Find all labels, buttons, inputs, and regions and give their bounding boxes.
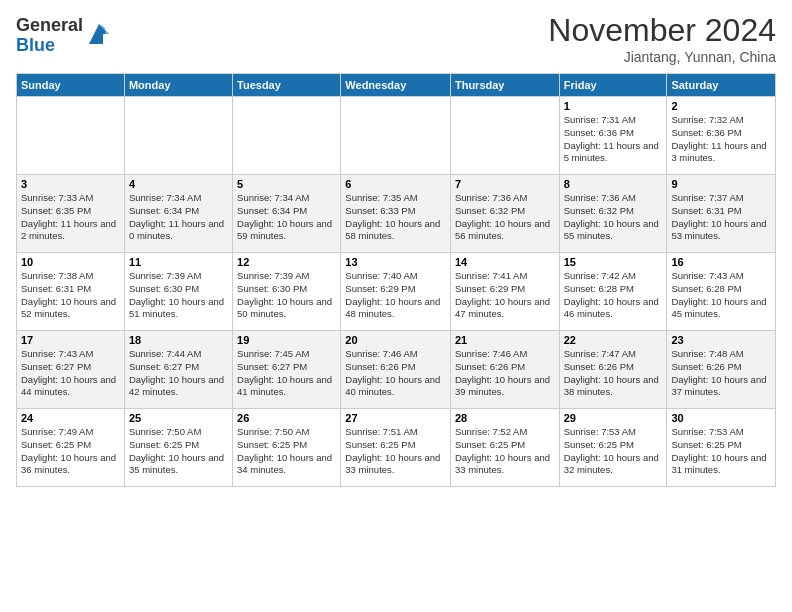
header-friday: Friday <box>559 74 667 97</box>
week-row-4: 24Sunrise: 7:49 AM Sunset: 6:25 PM Dayli… <box>17 409 776 487</box>
day-num-4-0: 24 <box>21 412 120 424</box>
week-row-0: 1Sunrise: 7:31 AM Sunset: 6:36 PM Daylig… <box>17 97 776 175</box>
day-info-1-1: Sunrise: 7:34 AM Sunset: 6:34 PM Dayligh… <box>129 192 228 243</box>
day-info-2-6: Sunrise: 7:43 AM Sunset: 6:28 PM Dayligh… <box>671 270 771 321</box>
cell-1-6: 9Sunrise: 7:37 AM Sunset: 6:31 PM Daylig… <box>667 175 776 253</box>
cell-1-3: 6Sunrise: 7:35 AM Sunset: 6:33 PM Daylig… <box>341 175 451 253</box>
day-num-4-1: 25 <box>129 412 228 424</box>
cell-0-4 <box>450 97 559 175</box>
logo: General Blue <box>16 16 113 56</box>
week-row-2: 10Sunrise: 7:38 AM Sunset: 6:31 PM Dayli… <box>17 253 776 331</box>
day-num-2-0: 10 <box>21 256 120 268</box>
cell-0-6: 2Sunrise: 7:32 AM Sunset: 6:36 PM Daylig… <box>667 97 776 175</box>
day-info-2-2: Sunrise: 7:39 AM Sunset: 6:30 PM Dayligh… <box>237 270 336 321</box>
cell-4-0: 24Sunrise: 7:49 AM Sunset: 6:25 PM Dayli… <box>17 409 125 487</box>
day-info-2-1: Sunrise: 7:39 AM Sunset: 6:30 PM Dayligh… <box>129 270 228 321</box>
cell-4-5: 29Sunrise: 7:53 AM Sunset: 6:25 PM Dayli… <box>559 409 667 487</box>
day-info-3-2: Sunrise: 7:45 AM Sunset: 6:27 PM Dayligh… <box>237 348 336 399</box>
day-info-1-2: Sunrise: 7:34 AM Sunset: 6:34 PM Dayligh… <box>237 192 336 243</box>
day-num-1-3: 6 <box>345 178 446 190</box>
day-num-3-0: 17 <box>21 334 120 346</box>
logo-blue: Blue <box>16 36 83 56</box>
day-num-2-2: 12 <box>237 256 336 268</box>
day-num-4-3: 27 <box>345 412 446 424</box>
day-num-3-5: 22 <box>564 334 663 346</box>
day-info-3-4: Sunrise: 7:46 AM Sunset: 6:26 PM Dayligh… <box>455 348 555 399</box>
day-info-1-6: Sunrise: 7:37 AM Sunset: 6:31 PM Dayligh… <box>671 192 771 243</box>
day-info-2-4: Sunrise: 7:41 AM Sunset: 6:29 PM Dayligh… <box>455 270 555 321</box>
day-num-3-4: 21 <box>455 334 555 346</box>
day-info-4-4: Sunrise: 7:52 AM Sunset: 6:25 PM Dayligh… <box>455 426 555 477</box>
cell-4-2: 26Sunrise: 7:50 AM Sunset: 6:25 PM Dayli… <box>233 409 341 487</box>
cell-3-0: 17Sunrise: 7:43 AM Sunset: 6:27 PM Dayli… <box>17 331 125 409</box>
day-num-4-4: 28 <box>455 412 555 424</box>
cell-0-0 <box>17 97 125 175</box>
cell-2-1: 11Sunrise: 7:39 AM Sunset: 6:30 PM Dayli… <box>124 253 232 331</box>
logo-text: General Blue <box>16 16 83 56</box>
header-tuesday: Tuesday <box>233 74 341 97</box>
cell-3-5: 22Sunrise: 7:47 AM Sunset: 6:26 PM Dayli… <box>559 331 667 409</box>
day-info-3-1: Sunrise: 7:44 AM Sunset: 6:27 PM Dayligh… <box>129 348 228 399</box>
header-wednesday: Wednesday <box>341 74 451 97</box>
week-row-3: 17Sunrise: 7:43 AM Sunset: 6:27 PM Dayli… <box>17 331 776 409</box>
day-info-2-0: Sunrise: 7:38 AM Sunset: 6:31 PM Dayligh… <box>21 270 120 321</box>
week-row-1: 3Sunrise: 7:33 AM Sunset: 6:35 PM Daylig… <box>17 175 776 253</box>
logo-icon <box>85 20 113 48</box>
logo-general: General <box>16 16 83 36</box>
cell-4-3: 27Sunrise: 7:51 AM Sunset: 6:25 PM Dayli… <box>341 409 451 487</box>
day-num-1-0: 3 <box>21 178 120 190</box>
cell-3-6: 23Sunrise: 7:48 AM Sunset: 6:26 PM Dayli… <box>667 331 776 409</box>
cell-0-1 <box>124 97 232 175</box>
day-info-2-3: Sunrise: 7:40 AM Sunset: 6:29 PM Dayligh… <box>345 270 446 321</box>
day-info-1-3: Sunrise: 7:35 AM Sunset: 6:33 PM Dayligh… <box>345 192 446 243</box>
calendar-table: Sunday Monday Tuesday Wednesday Thursday… <box>16 73 776 487</box>
day-num-2-5: 15 <box>564 256 663 268</box>
cell-3-1: 18Sunrise: 7:44 AM Sunset: 6:27 PM Dayli… <box>124 331 232 409</box>
cell-3-4: 21Sunrise: 7:46 AM Sunset: 6:26 PM Dayli… <box>450 331 559 409</box>
day-info-3-3: Sunrise: 7:46 AM Sunset: 6:26 PM Dayligh… <box>345 348 446 399</box>
cell-4-1: 25Sunrise: 7:50 AM Sunset: 6:25 PM Dayli… <box>124 409 232 487</box>
cell-2-3: 13Sunrise: 7:40 AM Sunset: 6:29 PM Dayli… <box>341 253 451 331</box>
header-thursday: Thursday <box>450 74 559 97</box>
cell-3-3: 20Sunrise: 7:46 AM Sunset: 6:26 PM Dayli… <box>341 331 451 409</box>
cell-1-2: 5Sunrise: 7:34 AM Sunset: 6:34 PM Daylig… <box>233 175 341 253</box>
day-num-1-6: 9 <box>671 178 771 190</box>
day-num-3-6: 23 <box>671 334 771 346</box>
day-num-3-2: 19 <box>237 334 336 346</box>
day-num-4-6: 30 <box>671 412 771 424</box>
day-info-4-5: Sunrise: 7:53 AM Sunset: 6:25 PM Dayligh… <box>564 426 663 477</box>
day-info-1-0: Sunrise: 7:33 AM Sunset: 6:35 PM Dayligh… <box>21 192 120 243</box>
cell-3-2: 19Sunrise: 7:45 AM Sunset: 6:27 PM Dayli… <box>233 331 341 409</box>
day-num-4-2: 26 <box>237 412 336 424</box>
cell-2-6: 16Sunrise: 7:43 AM Sunset: 6:28 PM Dayli… <box>667 253 776 331</box>
cell-0-5: 1Sunrise: 7:31 AM Sunset: 6:36 PM Daylig… <box>559 97 667 175</box>
day-info-4-3: Sunrise: 7:51 AM Sunset: 6:25 PM Dayligh… <box>345 426 446 477</box>
day-num-2-6: 16 <box>671 256 771 268</box>
day-info-4-6: Sunrise: 7:53 AM Sunset: 6:25 PM Dayligh… <box>671 426 771 477</box>
location: Jiantang, Yunnan, China <box>548 49 776 65</box>
day-info-0-5: Sunrise: 7:31 AM Sunset: 6:36 PM Dayligh… <box>564 114 663 165</box>
month-title: November 2024 <box>548 12 776 49</box>
day-num-3-3: 20 <box>345 334 446 346</box>
day-num-1-4: 7 <box>455 178 555 190</box>
title-block: November 2024 Jiantang, Yunnan, China <box>548 12 776 65</box>
cell-2-2: 12Sunrise: 7:39 AM Sunset: 6:30 PM Dayli… <box>233 253 341 331</box>
cell-0-2 <box>233 97 341 175</box>
header-monday: Monday <box>124 74 232 97</box>
cell-2-0: 10Sunrise: 7:38 AM Sunset: 6:31 PM Dayli… <box>17 253 125 331</box>
day-info-3-5: Sunrise: 7:47 AM Sunset: 6:26 PM Dayligh… <box>564 348 663 399</box>
day-num-2-1: 11 <box>129 256 228 268</box>
header: General Blue November 2024 Jiantang, Yun… <box>16 12 776 65</box>
day-info-1-4: Sunrise: 7:36 AM Sunset: 6:32 PM Dayligh… <box>455 192 555 243</box>
cell-2-5: 15Sunrise: 7:42 AM Sunset: 6:28 PM Dayli… <box>559 253 667 331</box>
cell-1-1: 4Sunrise: 7:34 AM Sunset: 6:34 PM Daylig… <box>124 175 232 253</box>
day-num-0-6: 2 <box>671 100 771 112</box>
day-info-1-5: Sunrise: 7:36 AM Sunset: 6:32 PM Dayligh… <box>564 192 663 243</box>
day-num-1-5: 8 <box>564 178 663 190</box>
header-row: Sunday Monday Tuesday Wednesday Thursday… <box>17 74 776 97</box>
day-info-3-0: Sunrise: 7:43 AM Sunset: 6:27 PM Dayligh… <box>21 348 120 399</box>
day-num-2-3: 13 <box>345 256 446 268</box>
day-num-1-2: 5 <box>237 178 336 190</box>
day-num-3-1: 18 <box>129 334 228 346</box>
day-info-0-6: Sunrise: 7:32 AM Sunset: 6:36 PM Dayligh… <box>671 114 771 165</box>
